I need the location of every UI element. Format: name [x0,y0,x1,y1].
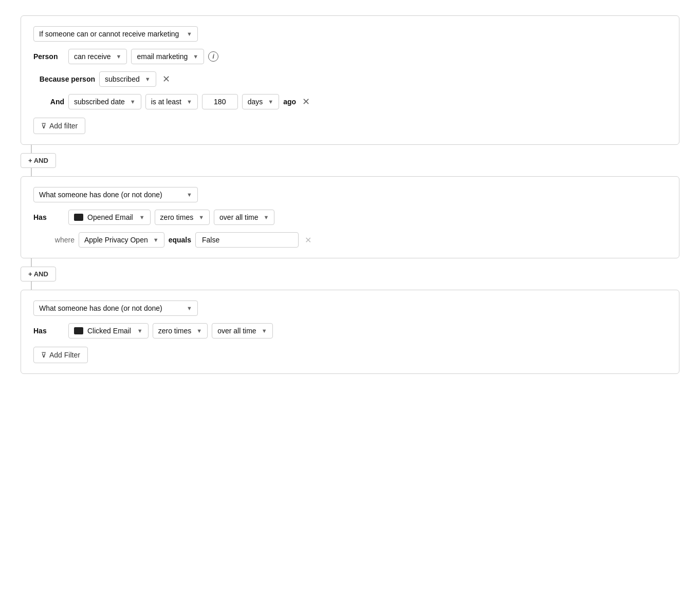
chevron-down-icon-16: ▼ [262,328,267,334]
opened-email-label: Opened Email [87,213,133,221]
is-at-least-dropdown[interactable]: is at least ▼ [145,94,198,109]
equals-label: equals [169,236,191,244]
vertical-line-1 [31,145,32,153]
chevron-down-icon-13: ▼ [187,305,192,311]
has-clicked-email-row: Has Clicked Email ▼ zero times ▼ over al… [33,323,667,338]
chevron-down-icon-6: ▼ [187,99,192,105]
and-label: And [33,98,64,106]
vertical-line-3 [31,258,32,267]
has-label-2: Has [33,327,64,335]
main-condition-dropdown-2-label: What someone has done (or not done) [39,191,162,199]
main-condition-dropdown-3[interactable]: What someone has done (or not done) ▼ [33,300,198,316]
can-receive-dropdown[interactable]: can receive ▼ [68,49,127,64]
person-label: Person [33,52,64,61]
clicked-email-dropdown[interactable]: Clicked Email ▼ [68,323,149,338]
can-receive-label: can receive [74,52,111,61]
zero-times-dropdown-1[interactable]: zero times ▼ [155,210,210,225]
main-condition-dropdown-1[interactable]: If someone can or cannot receive marketi… [33,26,198,42]
chevron-down-icon-2: ▼ [116,53,122,60]
and-connector-2: + AND [21,258,679,290]
email-marketing-dropdown[interactable]: email marketing ▼ [131,49,204,64]
filter-icon-2: ⊽ [41,351,46,359]
add-filter-label-1: Add filter [49,122,78,130]
add-filter-button-1[interactable]: ⊽ Add filter [33,118,85,134]
vertical-line-2 [31,168,32,176]
chevron-down-icon-14: ▼ [137,328,143,334]
chevron-down-icon-5: ▼ [130,99,136,105]
main-condition-dropdown-1-label: If someone can or cannot receive marketi… [39,30,179,38]
days-number-input[interactable] [202,94,238,109]
over-all-time-dropdown-1[interactable]: over all time ▼ [214,210,274,225]
clicked-email-icon [74,327,83,334]
add-filter-label-2: Add Filter [49,351,80,359]
chevron-down-icon-8: ▼ [187,192,192,198]
add-filter-button-2[interactable]: ⊽ Add Filter [33,347,88,363]
opened-email-dropdown[interactable]: Opened Email ▼ [68,210,151,225]
and-connector-1: + AND [21,145,679,176]
subscribed-dropdown[interactable]: subscribed ▼ [99,71,156,87]
subscribed-date-label: subscribed date [74,98,125,106]
zero-times-label-2: zero times [158,327,192,335]
subscribed-label: subscribed [105,75,140,83]
and-button-2[interactable]: + AND [21,267,56,281]
chevron-down-icon-10: ▼ [198,214,204,220]
zero-times-dropdown-2[interactable]: zero times ▼ [153,323,208,338]
apple-privacy-label: Apple Privacy Open [84,236,148,244]
remove-subscribed-button[interactable]: ✕ [160,73,172,85]
condition-block-1: If someone can or cannot receive marketi… [21,15,679,145]
main-condition-dropdown-2[interactable]: What someone has done (or not done) ▼ [33,187,198,202]
chevron-down-icon-15: ▼ [196,328,202,334]
days-label: days [248,98,263,106]
where-label: where [33,236,75,244]
because-person-row: Because person subscribed ▼ ✕ [33,71,667,87]
filter-icon-1: ⊽ [41,122,46,130]
chevron-down-icon-12: ▼ [153,237,159,243]
condition-block-3: What someone has done (or not done) ▼ Ha… [21,290,679,374]
and-button-1[interactable]: + AND [21,153,56,168]
main-condition-dropdown-3-label: What someone has done (or not done) [39,304,162,312]
chevron-down-icon-1: ▼ [187,31,192,37]
ago-label: ago [283,98,296,106]
days-dropdown[interactable]: days ▼ [242,94,279,109]
over-all-time-label-1: over all time [219,213,258,221]
zero-times-label-1: zero times [160,213,194,221]
chevron-down-icon-7: ▼ [268,99,273,105]
has-opened-email-row: Has Opened Email ▼ zero times ▼ over all… [33,210,667,225]
and-filter-row: And subscribed date ▼ is at least ▼ days… [33,94,667,109]
vertical-line-4 [31,281,32,290]
condition-block-2: What someone has done (or not done) ▼ Ha… [21,176,679,258]
false-value-input[interactable] [195,232,299,248]
and-button-2-label: + AND [28,270,48,278]
chevron-down-icon-9: ▼ [139,214,145,220]
is-at-least-label: is at least [151,98,181,106]
opened-email-icon [74,214,83,221]
subscribed-date-dropdown[interactable]: subscribed date ▼ [68,94,141,109]
info-icon[interactable]: i [208,51,218,62]
has-label-1: Has [33,213,64,221]
chevron-down-icon-4: ▼ [145,76,151,82]
over-all-time-dropdown-2[interactable]: over all time ▼ [212,323,272,338]
and-button-1-label: + AND [28,157,48,164]
remove-date-filter-button[interactable]: ✕ [300,96,312,107]
apple-privacy-dropdown[interactable]: Apple Privacy Open ▼ [79,232,164,248]
person-row: Person can receive ▼ email marketing ▼ i [33,49,667,64]
clicked-email-label: Clicked Email [87,327,131,335]
chevron-down-icon-11: ▼ [264,214,269,220]
because-person-label: Because person [33,75,95,83]
chevron-down-icon-3: ▼ [193,53,198,60]
email-marketing-label: email marketing [137,52,188,61]
remove-where-filter-button[interactable]: ✕ [305,235,311,245]
over-all-time-label-2: over all time [217,327,256,335]
where-row: where Apple Privacy Open ▼ equals ✕ [33,232,667,248]
